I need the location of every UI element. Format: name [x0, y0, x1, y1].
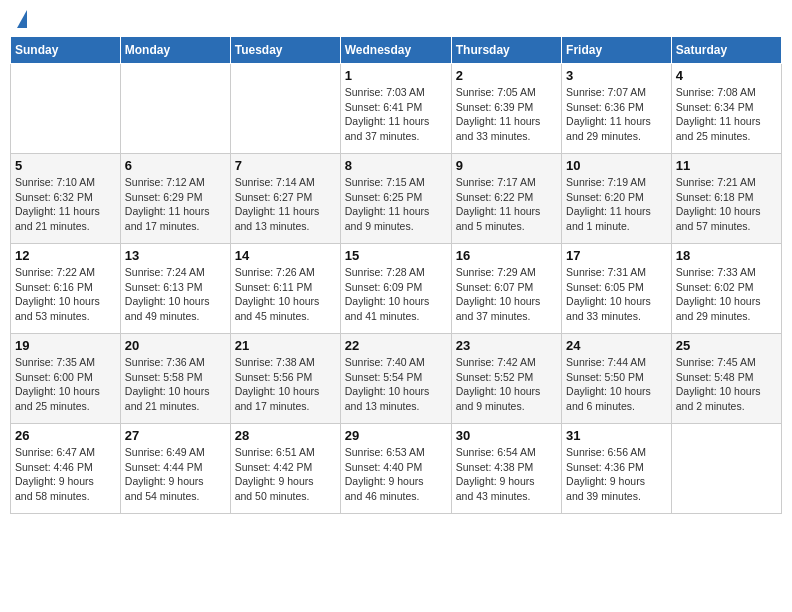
day-info: Sunrise: 7:07 AM Sunset: 6:36 PM Dayligh… [566, 85, 667, 144]
day-number: 31 [566, 428, 667, 443]
day-number: 5 [15, 158, 116, 173]
day-info: Sunrise: 7:44 AM Sunset: 5:50 PM Dayligh… [566, 355, 667, 414]
calendar-cell: 17Sunrise: 7:31 AM Sunset: 6:05 PM Dayli… [562, 244, 672, 334]
calendar-cell: 30Sunrise: 6:54 AM Sunset: 4:38 PM Dayli… [451, 424, 561, 514]
day-number: 28 [235, 428, 336, 443]
day-number: 1 [345, 68, 447, 83]
weekday-header-thursday: Thursday [451, 37, 561, 64]
day-info: Sunrise: 7:10 AM Sunset: 6:32 PM Dayligh… [15, 175, 116, 234]
calendar-cell: 4Sunrise: 7:08 AM Sunset: 6:34 PM Daylig… [671, 64, 781, 154]
calendar-header: SundayMondayTuesdayWednesdayThursdayFrid… [11, 37, 782, 64]
day-info: Sunrise: 7:12 AM Sunset: 6:29 PM Dayligh… [125, 175, 226, 234]
day-number: 25 [676, 338, 777, 353]
day-number: 8 [345, 158, 447, 173]
calendar-cell: 8Sunrise: 7:15 AM Sunset: 6:25 PM Daylig… [340, 154, 451, 244]
day-number: 26 [15, 428, 116, 443]
day-info: Sunrise: 7:19 AM Sunset: 6:20 PM Dayligh… [566, 175, 667, 234]
calendar-cell: 7Sunrise: 7:14 AM Sunset: 6:27 PM Daylig… [230, 154, 340, 244]
weekday-header-saturday: Saturday [671, 37, 781, 64]
day-number: 30 [456, 428, 557, 443]
calendar-cell: 11Sunrise: 7:21 AM Sunset: 6:18 PM Dayli… [671, 154, 781, 244]
calendar-cell: 1Sunrise: 7:03 AM Sunset: 6:41 PM Daylig… [340, 64, 451, 154]
day-number: 29 [345, 428, 447, 443]
calendar-cell: 16Sunrise: 7:29 AM Sunset: 6:07 PM Dayli… [451, 244, 561, 334]
calendar-week-3: 12Sunrise: 7:22 AM Sunset: 6:16 PM Dayli… [11, 244, 782, 334]
day-number: 3 [566, 68, 667, 83]
calendar-cell [11, 64, 121, 154]
day-info: Sunrise: 6:54 AM Sunset: 4:38 PM Dayligh… [456, 445, 557, 504]
day-number: 21 [235, 338, 336, 353]
day-info: Sunrise: 7:38 AM Sunset: 5:56 PM Dayligh… [235, 355, 336, 414]
calendar-cell: 27Sunrise: 6:49 AM Sunset: 4:44 PM Dayli… [120, 424, 230, 514]
day-number: 17 [566, 248, 667, 263]
day-info: Sunrise: 7:17 AM Sunset: 6:22 PM Dayligh… [456, 175, 557, 234]
weekday-header-wednesday: Wednesday [340, 37, 451, 64]
calendar-cell: 20Sunrise: 7:36 AM Sunset: 5:58 PM Dayli… [120, 334, 230, 424]
calendar-cell: 21Sunrise: 7:38 AM Sunset: 5:56 PM Dayli… [230, 334, 340, 424]
calendar-cell [230, 64, 340, 154]
calendar-cell: 6Sunrise: 7:12 AM Sunset: 6:29 PM Daylig… [120, 154, 230, 244]
day-info: Sunrise: 7:14 AM Sunset: 6:27 PM Dayligh… [235, 175, 336, 234]
day-info: Sunrise: 7:15 AM Sunset: 6:25 PM Dayligh… [345, 175, 447, 234]
calendar-cell: 15Sunrise: 7:28 AM Sunset: 6:09 PM Dayli… [340, 244, 451, 334]
calendar-cell: 14Sunrise: 7:26 AM Sunset: 6:11 PM Dayli… [230, 244, 340, 334]
day-number: 22 [345, 338, 447, 353]
day-info: Sunrise: 7:45 AM Sunset: 5:48 PM Dayligh… [676, 355, 777, 414]
calendar-cell: 24Sunrise: 7:44 AM Sunset: 5:50 PM Dayli… [562, 334, 672, 424]
calendar-cell [120, 64, 230, 154]
day-number: 16 [456, 248, 557, 263]
weekday-header-tuesday: Tuesday [230, 37, 340, 64]
day-number: 13 [125, 248, 226, 263]
calendar-cell: 18Sunrise: 7:33 AM Sunset: 6:02 PM Dayli… [671, 244, 781, 334]
calendar-cell: 19Sunrise: 7:35 AM Sunset: 6:00 PM Dayli… [11, 334, 121, 424]
calendar-cell: 22Sunrise: 7:40 AM Sunset: 5:54 PM Dayli… [340, 334, 451, 424]
day-info: Sunrise: 6:56 AM Sunset: 4:36 PM Dayligh… [566, 445, 667, 504]
weekday-header-friday: Friday [562, 37, 672, 64]
day-info: Sunrise: 7:05 AM Sunset: 6:39 PM Dayligh… [456, 85, 557, 144]
day-number: 24 [566, 338, 667, 353]
day-info: Sunrise: 7:36 AM Sunset: 5:58 PM Dayligh… [125, 355, 226, 414]
calendar-cell: 25Sunrise: 7:45 AM Sunset: 5:48 PM Dayli… [671, 334, 781, 424]
weekday-row: SundayMondayTuesdayWednesdayThursdayFrid… [11, 37, 782, 64]
weekday-header-monday: Monday [120, 37, 230, 64]
calendar-cell: 9Sunrise: 7:17 AM Sunset: 6:22 PM Daylig… [451, 154, 561, 244]
calendar-cell: 10Sunrise: 7:19 AM Sunset: 6:20 PM Dayli… [562, 154, 672, 244]
calendar-cell: 2Sunrise: 7:05 AM Sunset: 6:39 PM Daylig… [451, 64, 561, 154]
day-info: Sunrise: 7:22 AM Sunset: 6:16 PM Dayligh… [15, 265, 116, 324]
day-info: Sunrise: 7:40 AM Sunset: 5:54 PM Dayligh… [345, 355, 447, 414]
day-number: 9 [456, 158, 557, 173]
day-info: Sunrise: 7:26 AM Sunset: 6:11 PM Dayligh… [235, 265, 336, 324]
day-info: Sunrise: 7:31 AM Sunset: 6:05 PM Dayligh… [566, 265, 667, 324]
day-number: 14 [235, 248, 336, 263]
page-header [10, 10, 782, 30]
day-info: Sunrise: 7:29 AM Sunset: 6:07 PM Dayligh… [456, 265, 557, 324]
day-number: 23 [456, 338, 557, 353]
calendar-cell: 28Sunrise: 6:51 AM Sunset: 4:42 PM Dayli… [230, 424, 340, 514]
day-info: Sunrise: 7:03 AM Sunset: 6:41 PM Dayligh… [345, 85, 447, 144]
calendar-week-2: 5Sunrise: 7:10 AM Sunset: 6:32 PM Daylig… [11, 154, 782, 244]
day-number: 15 [345, 248, 447, 263]
day-number: 12 [15, 248, 116, 263]
day-info: Sunrise: 7:21 AM Sunset: 6:18 PM Dayligh… [676, 175, 777, 234]
day-number: 6 [125, 158, 226, 173]
day-info: Sunrise: 7:24 AM Sunset: 6:13 PM Dayligh… [125, 265, 226, 324]
calendar-cell: 13Sunrise: 7:24 AM Sunset: 6:13 PM Dayli… [120, 244, 230, 334]
calendar-cell: 26Sunrise: 6:47 AM Sunset: 4:46 PM Dayli… [11, 424, 121, 514]
calendar-cell [671, 424, 781, 514]
day-info: Sunrise: 6:53 AM Sunset: 4:40 PM Dayligh… [345, 445, 447, 504]
calendar-cell: 3Sunrise: 7:07 AM Sunset: 6:36 PM Daylig… [562, 64, 672, 154]
calendar-cell: 12Sunrise: 7:22 AM Sunset: 6:16 PM Dayli… [11, 244, 121, 334]
calendar-cell: 29Sunrise: 6:53 AM Sunset: 4:40 PM Dayli… [340, 424, 451, 514]
day-info: Sunrise: 6:51 AM Sunset: 4:42 PM Dayligh… [235, 445, 336, 504]
calendar-table: SundayMondayTuesdayWednesdayThursdayFrid… [10, 36, 782, 514]
weekday-header-sunday: Sunday [11, 37, 121, 64]
calendar-cell: 23Sunrise: 7:42 AM Sunset: 5:52 PM Dayli… [451, 334, 561, 424]
day-number: 2 [456, 68, 557, 83]
day-number: 18 [676, 248, 777, 263]
calendar-body: 1Sunrise: 7:03 AM Sunset: 6:41 PM Daylig… [11, 64, 782, 514]
calendar-week-4: 19Sunrise: 7:35 AM Sunset: 6:00 PM Dayli… [11, 334, 782, 424]
logo [14, 10, 27, 30]
day-number: 19 [15, 338, 116, 353]
day-number: 4 [676, 68, 777, 83]
day-number: 27 [125, 428, 226, 443]
